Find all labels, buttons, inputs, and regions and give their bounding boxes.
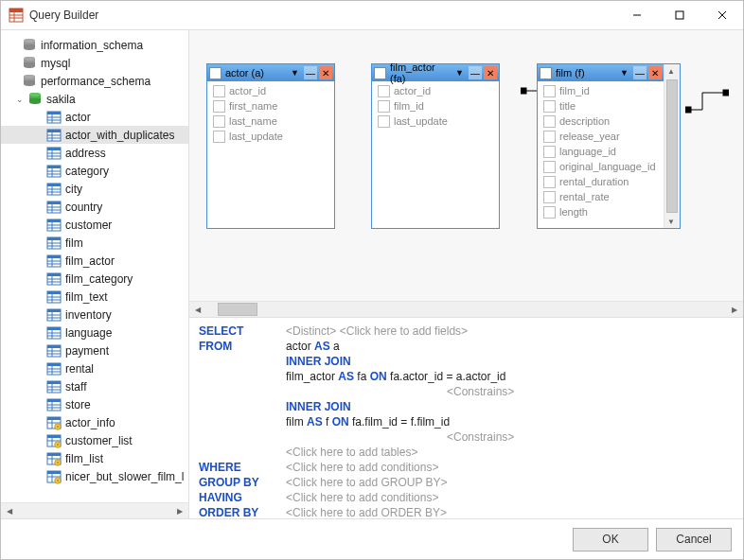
column-rental_duration[interactable]: rental_duration (540, 174, 662, 189)
column-release_year[interactable]: release_year (540, 129, 662, 144)
tree-item-performance_schema[interactable]: performance_schema (1, 72, 188, 90)
tree-item-sakila[interactable]: ⌄sakila (1, 90, 188, 108)
tree-item-film[interactable]: film (1, 234, 188, 252)
column-checkbox[interactable] (378, 100, 390, 113)
column-checkbox[interactable] (543, 146, 556, 158)
close-table-icon[interactable]: ✕ (484, 66, 497, 79)
minimize-button[interactable] (615, 1, 658, 29)
column-checkbox[interactable] (213, 100, 225, 113)
column-checkbox[interactable] (543, 115, 556, 128)
schema-tree[interactable]: information_schemamysqlperformance_schem… (1, 30, 189, 518)
column-actor_id[interactable]: actor_id (209, 83, 332, 98)
tree-item-film_actor[interactable]: film_actor (1, 252, 188, 270)
tree-item-mysql[interactable]: mysql (1, 54, 188, 72)
hint-fields[interactable]: <Click here to add fields> (340, 324, 468, 339)
ok-button[interactable]: OK (573, 528, 648, 551)
column-checkbox[interactable] (543, 206, 556, 219)
column-description[interactable]: description (540, 114, 662, 129)
table-header[interactable]: film_actor (fa)▼—✕ (372, 64, 499, 81)
table-vertical-scrollbar[interactable]: ▲▼ (664, 64, 680, 228)
diagram-table-film_actor[interactable]: film_actor (fa)▼—✕actor_idfilm_idlast_up… (371, 63, 500, 229)
tree-item-actor[interactable]: actor (1, 108, 188, 126)
tree-item-city[interactable]: city (1, 180, 188, 198)
table-select-all-checkbox[interactable] (209, 67, 221, 79)
hint-constraints-2[interactable]: <Constrains> (447, 429, 514, 445)
table-header[interactable]: actor (a)▼—✕ (207, 64, 334, 81)
column-checkbox[interactable] (213, 115, 225, 128)
scroll-right-icon[interactable]: ▶ (173, 504, 186, 517)
column-title[interactable]: title (540, 98, 662, 114)
minimize-table-icon[interactable]: — (633, 66, 647, 79)
scroll-left-icon[interactable]: ◀ (191, 303, 204, 316)
column-film_id[interactable]: film_id (374, 98, 497, 114)
hint-groupby[interactable]: <Click here to add GROUP BY> (286, 475, 448, 490)
maximize-button[interactable] (658, 1, 700, 29)
tree-item-film_category[interactable]: film_category (1, 270, 188, 288)
column-checkbox[interactable] (543, 191, 556, 203)
diagram-canvas[interactable]: actor (a)▼—✕actor_idfirst_namelast_namel… (189, 30, 743, 301)
canvas-horizontal-scrollbar[interactable]: ◀ ▶ (189, 301, 743, 317)
tree-item-inventory[interactable]: inventory (1, 306, 188, 324)
column-original_language_id[interactable]: original_language_id (540, 159, 662, 174)
tree-item-staff[interactable]: staff (1, 377, 188, 395)
tree-item-store[interactable]: store (1, 395, 188, 413)
chevron-down-icon[interactable]: ▼ (620, 68, 629, 78)
column-checkbox[interactable] (543, 161, 556, 173)
tree-item-rental[interactable]: rental (1, 359, 188, 377)
column-checkbox[interactable] (543, 131, 556, 143)
scroll-down-icon[interactable]: ▼ (664, 215, 678, 228)
scroll-left-icon[interactable]: ◀ (3, 504, 16, 517)
hint-orderby[interactable]: <Click here to add ORDER BY> (286, 505, 447, 518)
minimize-table-icon[interactable]: — (469, 66, 482, 79)
table-select-all-checkbox[interactable] (374, 67, 386, 79)
minimize-table-icon[interactable]: — (304, 66, 317, 79)
tree-item-country[interactable]: country (1, 198, 188, 216)
tree-item-information_schema[interactable]: information_schema (1, 36, 188, 54)
column-first_name[interactable]: first_name (209, 98, 332, 114)
sql-editor[interactable]: SELECT <Distinct> <Click here to add fie… (189, 317, 743, 518)
scroll-right-icon[interactable]: ▶ (728, 303, 741, 316)
column-checkbox[interactable] (378, 85, 390, 97)
hint-tables[interactable]: <Click here to add tables> (286, 445, 417, 460)
diagram-table-film[interactable]: film (f)▼—✕film_idtitledescriptionreleas… (537, 63, 681, 229)
column-last_update[interactable]: last_update (209, 129, 332, 144)
tree-item-address[interactable]: address (1, 144, 188, 162)
tree-item-film_list[interactable]: film_list (1, 449, 188, 467)
chevron-down-icon[interactable]: ▼ (455, 68, 465, 78)
column-length[interactable]: length (540, 204, 662, 219)
table-select-all-checkbox[interactable] (540, 67, 552, 79)
cancel-button[interactable]: Cancel (656, 528, 732, 551)
column-checkbox[interactable] (543, 100, 556, 113)
collapse-icon[interactable]: ⌄ (14, 95, 26, 104)
tree-item-category[interactable]: category (1, 162, 188, 180)
close-button[interactable] (700, 1, 743, 29)
chevron-down-icon[interactable]: ▼ (291, 68, 300, 78)
tree-item-film_text[interactable]: film_text (1, 288, 188, 306)
column-rental_rate[interactable]: rental_rate (540, 189, 662, 204)
tree-item-customer[interactable]: customer (1, 216, 188, 234)
scroll-up-icon[interactable]: ▲ (664, 64, 678, 78)
column-film_id[interactable]: film_id (540, 83, 662, 98)
column-checkbox[interactable] (378, 115, 390, 128)
column-language_id[interactable]: language_id (540, 144, 662, 159)
tree-item-customer_list[interactable]: customer_list (1, 431, 188, 449)
column-last_name[interactable]: last_name (209, 114, 332, 129)
hint-distinct[interactable]: <Distinct> (286, 324, 336, 339)
column-actor_id[interactable]: actor_id (374, 83, 497, 98)
hint-constraints-1[interactable]: <Constrains> (447, 384, 514, 399)
table-header[interactable]: film (f)▼—✕ (538, 64, 664, 81)
scrollbar-thumb[interactable] (666, 79, 678, 213)
hint-where[interactable]: <Click here to add conditions> (286, 460, 438, 475)
tree-item-actor_info[interactable]: actor_info (1, 413, 188, 431)
tree-item-payment[interactable]: payment (1, 341, 188, 359)
tree-item-language[interactable]: language (1, 324, 188, 341)
column-checkbox[interactable] (213, 131, 225, 143)
close-table-icon[interactable]: ✕ (319, 66, 332, 79)
column-last_update[interactable]: last_update (374, 114, 497, 129)
tree-item-actor_with_duplicates[interactable]: actor_with_duplicates (1, 126, 188, 144)
scrollbar-thumb[interactable] (218, 303, 257, 316)
column-checkbox[interactable] (543, 176, 556, 188)
close-table-icon[interactable]: ✕ (648, 66, 662, 79)
column-checkbox[interactable] (213, 85, 225, 97)
diagram-table-actor[interactable]: actor (a)▼—✕actor_idfirst_namelast_namel… (206, 63, 335, 229)
